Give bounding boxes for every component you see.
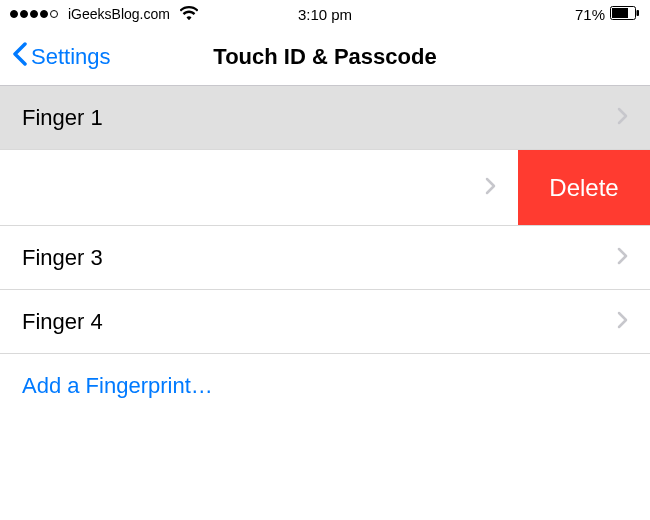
chevron-left-icon xyxy=(12,42,27,72)
delete-button[interactable]: Delete xyxy=(518,150,650,225)
fingerprint-row-2[interactable] xyxy=(0,150,518,225)
fingerprint-list: Finger 1 Delete Finger 3 Fing xyxy=(0,86,650,418)
add-fingerprint-label: Add a Fingerprint… xyxy=(22,373,213,399)
back-label: Settings xyxy=(31,44,111,70)
chevron-right-icon xyxy=(617,105,628,131)
add-fingerprint-button[interactable]: Add a Fingerprint… xyxy=(0,354,650,418)
back-button[interactable]: Settings xyxy=(12,42,111,72)
chevron-right-icon xyxy=(617,309,628,335)
status-bar: iGeeksBlog.com 3:10 pm 71% xyxy=(0,0,650,28)
status-left: iGeeksBlog.com xyxy=(10,6,198,23)
fingerprint-label: Finger 4 xyxy=(22,309,617,335)
signal-strength-icon xyxy=(10,10,58,18)
chevron-right-icon xyxy=(617,245,628,271)
fingerprint-row-3[interactable]: Finger 3 xyxy=(0,226,650,290)
fingerprint-row-4[interactable]: Finger 4 xyxy=(0,290,650,354)
svg-rect-2 xyxy=(637,10,640,16)
battery-percentage: 71% xyxy=(575,6,605,23)
status-right: 71% xyxy=(575,6,640,23)
delete-label: Delete xyxy=(549,174,618,202)
status-time: 3:10 pm xyxy=(298,6,352,23)
fingerprint-row-2-swiped: Delete xyxy=(0,150,650,226)
carrier-label: iGeeksBlog.com xyxy=(68,6,170,22)
page-title: Touch ID & Passcode xyxy=(213,44,436,70)
fingerprint-label: Finger 1 xyxy=(22,105,617,131)
nav-bar: Settings Touch ID & Passcode xyxy=(0,28,650,86)
svg-rect-1 xyxy=(612,8,628,18)
battery-icon xyxy=(610,6,640,23)
chevron-right-icon xyxy=(485,175,496,201)
fingerprint-row-1[interactable]: Finger 1 xyxy=(0,86,650,150)
fingerprint-label: Finger 3 xyxy=(22,245,617,271)
wifi-icon xyxy=(180,6,198,23)
